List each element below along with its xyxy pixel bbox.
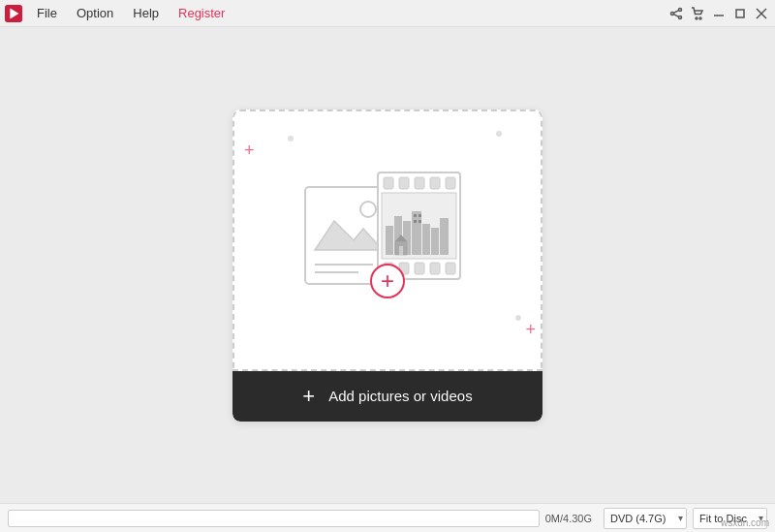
add-media-button[interactable]: + Add pictures or videos bbox=[232, 371, 542, 422]
dot-decoration-3 bbox=[515, 315, 521, 321]
menu-help[interactable]: Help bbox=[123, 0, 169, 26]
media-illustration: + bbox=[291, 163, 484, 318]
svg-point-2 bbox=[679, 8, 682, 11]
svg-line-5 bbox=[673, 10, 678, 13]
disc-type-select[interactable]: DVD (4.7G) BD (25G) BD (50G) bbox=[604, 508, 687, 529]
svg-point-3 bbox=[671, 12, 674, 15]
drop-zone[interactable]: + + bbox=[232, 110, 542, 422]
svg-rect-35 bbox=[431, 228, 439, 255]
svg-rect-39 bbox=[414, 220, 417, 223]
plus-decoration-bottomright: + bbox=[525, 320, 536, 340]
disc-type-select-wrapper[interactable]: DVD (4.7G) BD (25G) BD (50G) bbox=[604, 508, 687, 529]
dot-decoration-1 bbox=[288, 136, 294, 141]
svg-rect-27 bbox=[430, 263, 440, 274]
svg-rect-28 bbox=[446, 263, 455, 274]
svg-rect-19 bbox=[384, 177, 393, 189]
menu-bar: File Option Help Register bbox=[27, 0, 666, 26]
add-media-circle-btn[interactable]: + bbox=[370, 264, 405, 298]
svg-rect-38 bbox=[418, 214, 421, 217]
drop-zone-content: + + bbox=[232, 110, 542, 371]
svg-rect-36 bbox=[440, 218, 449, 255]
svg-rect-37 bbox=[414, 214, 417, 217]
menu-file[interactable]: File bbox=[27, 0, 67, 26]
svg-point-8 bbox=[699, 17, 701, 19]
main-area: + + bbox=[0, 27, 775, 503]
svg-rect-20 bbox=[399, 177, 409, 189]
svg-line-6 bbox=[673, 14, 678, 16]
statusbar: 0M/4.30G DVD (4.7G) BD (25G) BD (50G) Fi… bbox=[0, 503, 775, 532]
svg-rect-10 bbox=[736, 10, 744, 17]
svg-rect-40 bbox=[418, 220, 421, 223]
titlebar-controls bbox=[666, 4, 775, 23]
app-logo bbox=[0, 0, 27, 27]
svg-rect-22 bbox=[430, 177, 440, 189]
minimize-btn[interactable] bbox=[709, 4, 728, 23]
share-icon-btn[interactable] bbox=[666, 4, 686, 23]
svg-rect-21 bbox=[415, 177, 424, 189]
svg-rect-26 bbox=[415, 263, 424, 274]
svg-point-7 bbox=[696, 17, 698, 19]
plus-decoration-topleft: + bbox=[244, 141, 255, 161]
watermark: wsxdn.com bbox=[721, 517, 769, 528]
menu-register[interactable]: Register bbox=[169, 0, 234, 26]
svg-point-4 bbox=[679, 16, 682, 18]
close-btn[interactable] bbox=[752, 4, 771, 23]
svg-rect-33 bbox=[412, 211, 421, 255]
cart-icon-btn[interactable] bbox=[688, 4, 707, 23]
svg-rect-30 bbox=[386, 226, 393, 255]
statusbar-size-label: 0M/4.30G bbox=[545, 513, 598, 524]
dot-decoration-2 bbox=[496, 131, 502, 137]
svg-rect-34 bbox=[422, 224, 430, 255]
svg-rect-43 bbox=[399, 246, 403, 255]
statusbar-progress-area bbox=[8, 510, 540, 527]
svg-rect-23 bbox=[446, 177, 455, 189]
menu-option[interactable]: Option bbox=[67, 0, 123, 26]
restore-btn[interactable] bbox=[730, 4, 750, 23]
titlebar: File Option Help Register bbox=[0, 0, 775, 27]
add-media-label: Add pictures or videos bbox=[328, 388, 472, 404]
add-media-plus-icon: + bbox=[302, 386, 315, 407]
